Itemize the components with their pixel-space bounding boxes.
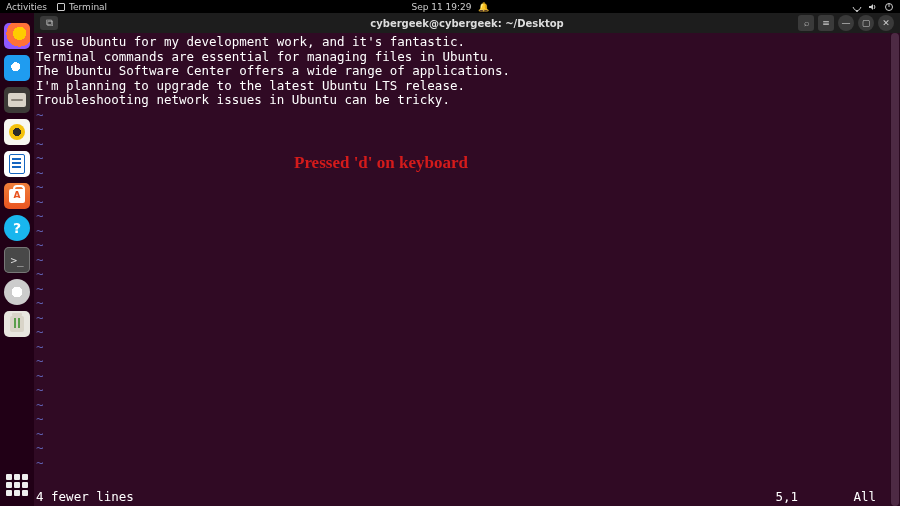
app-indicator-label: Terminal: [69, 2, 107, 12]
disk-icon[interactable]: [4, 279, 30, 305]
new-tab-icon: ⧉: [46, 17, 53, 29]
scrollbar[interactable]: [890, 33, 900, 506]
vim-scroll-indicator: All: [853, 490, 876, 505]
terminal-indicator-icon: [57, 3, 65, 11]
volume-icon: [868, 2, 878, 12]
network-icon: [852, 2, 862, 12]
firefox-icon[interactable]: [4, 23, 30, 49]
svg-point-0: [856, 10, 858, 12]
terminal-viewport[interactable]: I use Ubuntu for my development work, an…: [34, 33, 900, 506]
app-indicator[interactable]: Terminal: [57, 2, 107, 12]
activities-button[interactable]: Activities: [6, 2, 47, 12]
new-tab-button[interactable]: ⧉: [40, 16, 58, 30]
power-icon: [884, 2, 894, 12]
vim-status-line: 4 fewer lines 5,1 All: [36, 489, 888, 505]
close-icon: ✕: [882, 18, 890, 28]
files-icon[interactable]: [4, 87, 30, 113]
terminal-app-icon[interactable]: >_: [4, 247, 30, 273]
dock: ? >_: [0, 13, 34, 506]
ubuntu-software-icon[interactable]: [4, 183, 30, 209]
window-titlebar: ⧉ cybergeek@cybergeek: ~/Desktop ⌕ ≡ — ▢…: [34, 13, 900, 33]
hamburger-menu-button[interactable]: ≡: [818, 15, 834, 31]
clock[interactable]: Sep 11 19:29: [411, 2, 471, 12]
notification-bell-icon[interactable]: 🔔: [478, 2, 489, 12]
vim-buffer[interactable]: I use Ubuntu for my development work, an…: [36, 35, 888, 486]
thunderbird-icon[interactable]: [4, 55, 30, 81]
minimize-icon: —: [842, 18, 851, 28]
libreoffice-writer-icon[interactable]: [4, 151, 30, 177]
vim-cursor-position: 5,1: [775, 490, 798, 505]
svg-marker-1: [869, 4, 873, 10]
search-icon: ⌕: [804, 18, 809, 28]
minimize-button[interactable]: —: [838, 15, 854, 31]
overlay-annotation: Pressed 'd' on keyboard: [294, 156, 468, 171]
search-button[interactable]: ⌕: [798, 15, 814, 31]
hamburger-icon: ≡: [822, 18, 830, 28]
rhythmbox-icon[interactable]: [4, 119, 30, 145]
show-applications-button[interactable]: [6, 474, 28, 496]
system-status-area[interactable]: [852, 2, 894, 12]
vim-status-message: 4 fewer lines: [36, 490, 134, 505]
close-button[interactable]: ✕: [878, 15, 894, 31]
restore-button[interactable]: ▢: [858, 15, 874, 31]
window-title: cybergeek@cybergeek: ~/Desktop: [370, 18, 563, 29]
scrollbar-thumb[interactable]: [891, 33, 899, 506]
trash-icon[interactable]: [4, 311, 30, 337]
restore-icon: ▢: [862, 18, 871, 28]
gnome-top-panel: Activities Terminal Sep 11 19:29 🔔: [0, 0, 900, 13]
help-icon[interactable]: ?: [4, 215, 30, 241]
